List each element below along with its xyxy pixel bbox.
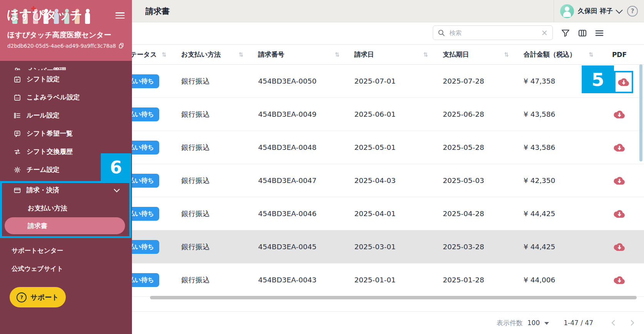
search-input[interactable] bbox=[449, 29, 537, 37]
facility-name: ほすぴタッチ高度医療センター bbox=[7, 30, 111, 40]
annotation-label-6: 6 bbox=[101, 153, 131, 181]
table-row[interactable]: 支払い待ち 銀行振込 454BD3EA-0047 2025-04-03 2025… bbox=[132, 164, 644, 197]
app-logo[interactable]: ほすぴタッチ bbox=[7, 5, 103, 24]
sort-icon[interactable] bbox=[239, 52, 244, 57]
column-header-invoice-no[interactable]: 請求番号 bbox=[252, 50, 348, 59]
sidebar-collapse-icon[interactable] bbox=[115, 12, 125, 19]
next-page-icon[interactable] bbox=[629, 319, 636, 326]
per-page-select[interactable]: 表示件数 100 bbox=[497, 319, 549, 327]
user-name: 久保田 祥子 bbox=[578, 7, 613, 15]
annotation-label-5: 5 bbox=[582, 65, 614, 93]
pdf-download-icon[interactable] bbox=[617, 77, 630, 87]
caret-down-icon bbox=[544, 322, 549, 325]
rules-list-icon bbox=[13, 112, 21, 119]
search-icon bbox=[438, 29, 445, 37]
sort-icon[interactable] bbox=[589, 52, 594, 57]
pdf-download-icon[interactable] bbox=[613, 143, 626, 152]
menu-icon[interactable] bbox=[595, 29, 604, 38]
invoice-table: ステータス お支払い方法 請求番号 請求日 支払期日 合計金額（税込） PDF bbox=[132, 44, 644, 297]
support-button[interactable]: ? サポート bbox=[10, 287, 66, 307]
sort-icon[interactable] bbox=[423, 52, 428, 57]
table-row[interactable]: 支払い待ち 銀行振込 454BD3EA-0048 2025-05-01 2025… bbox=[132, 131, 644, 164]
vertical-scrollbar[interactable] bbox=[639, 64, 642, 161]
calendar-label-icon bbox=[13, 94, 21, 101]
filter-icon[interactable] bbox=[561, 29, 570, 38]
table-row[interactable]: 支払い待ち 銀行振込 454BD3EA-0045 2025-03-01 2025… bbox=[132, 230, 644, 264]
gear-icon bbox=[13, 166, 21, 174]
sidebar-item-members[interactable]: メンバー管理 bbox=[0, 61, 132, 70]
table-header-row: ステータス お支払い方法 請求番号 請求日 支払期日 合計金額（税込） PDF bbox=[132, 44, 644, 65]
annotation-box-5 bbox=[614, 71, 633, 93]
columns-icon[interactable] bbox=[578, 29, 587, 38]
column-header-invoice-date[interactable]: 請求日 bbox=[348, 50, 437, 59]
logo-text: ほすぴタッチ bbox=[7, 7, 82, 23]
sort-icon[interactable] bbox=[504, 52, 509, 57]
column-header-due-date[interactable]: 支払期日 bbox=[437, 50, 517, 59]
chevron-down-icon[interactable] bbox=[616, 7, 622, 13]
swap-arrows-icon bbox=[13, 148, 21, 156]
sort-icon[interactable] bbox=[335, 52, 340, 57]
document-icon bbox=[13, 130, 21, 138]
sidebar-item-rules[interactable]: ルール設定 bbox=[0, 106, 132, 124]
copy-icon[interactable] bbox=[118, 42, 125, 49]
pdf-download-icon[interactable] bbox=[613, 275, 626, 285]
table-row[interactable]: 支払い待ち 銀行振込 454BD3EA-0049 2025-06-01 2025… bbox=[132, 98, 644, 131]
column-header-status[interactable]: ステータス bbox=[132, 50, 175, 59]
column-header-payment-method[interactable]: お支払い方法 bbox=[175, 50, 252, 59]
column-header-pdf: PDF bbox=[602, 51, 637, 59]
sort-icon[interactable] bbox=[162, 52, 167, 57]
calendar-icon bbox=[13, 76, 21, 83]
help-icon[interactable]: ? bbox=[627, 6, 638, 17]
sidebar-item-shift-requests[interactable]: シフト希望一覧 bbox=[0, 124, 132, 143]
sidebar-item-shift-settings[interactable]: シフト設定 bbox=[0, 70, 132, 88]
avatar bbox=[560, 4, 574, 18]
sidebar-header: ほすぴタッチ ほすぴタッチ高度医療センター d2bdb620-05d5-4ae6… bbox=[0, 0, 132, 61]
table-body: 支払い待ち 銀行振込 454BD3EA-0050 2025-07-01 2025… bbox=[132, 65, 644, 297]
medical-cross-icon bbox=[31, 6, 36, 11]
annotation-box-6 bbox=[0, 181, 131, 238]
sidebar-link-official-website[interactable]: 公式ウェブサイト bbox=[0, 260, 132, 278]
horizontal-scrollbar[interactable] bbox=[150, 296, 637, 299]
prev-page-icon[interactable] bbox=[610, 319, 616, 326]
pdf-download-icon[interactable] bbox=[613, 110, 626, 119]
sidebar-item-calendar-labels[interactable]: こよみラベル設定 bbox=[0, 88, 132, 106]
user-menu[interactable]: 久保田 祥子 ? bbox=[554, 0, 644, 22]
table-row[interactable]: 支払い待ち 銀行振込 454BD3EA-0043 2025-01-01 2025… bbox=[132, 264, 644, 297]
pdf-download-icon[interactable] bbox=[613, 242, 626, 252]
sidebar-link-support-center[interactable]: サポートセンター bbox=[0, 242, 132, 260]
members-icon bbox=[13, 67, 21, 70]
question-icon: ? bbox=[17, 292, 27, 302]
page-title: 請求書 bbox=[145, 6, 170, 17]
column-header-total[interactable]: 合計金額（税込） bbox=[517, 50, 602, 59]
pdf-download-icon[interactable] bbox=[613, 176, 626, 185]
pagination-bar: 表示件数 100 1-47 / 47 bbox=[132, 311, 644, 334]
search-box[interactable]: × bbox=[433, 25, 553, 40]
clear-search-icon[interactable]: × bbox=[541, 29, 548, 37]
table-row[interactable]: 支払い待ち 銀行振込 454BD3EA-0050 2025-07-01 2025… bbox=[132, 65, 644, 98]
pdf-download-icon[interactable] bbox=[613, 209, 626, 218]
pagination-range: 1-47 / 47 bbox=[564, 319, 593, 327]
table-row[interactable]: 支払い待ち 銀行振込 454BD3EA-0046 2025-04-01 2025… bbox=[132, 197, 644, 230]
facility-id: d2bdb620-05d5-4ae6-ad49-9a9ffc3c78a8 bbox=[7, 42, 125, 49]
